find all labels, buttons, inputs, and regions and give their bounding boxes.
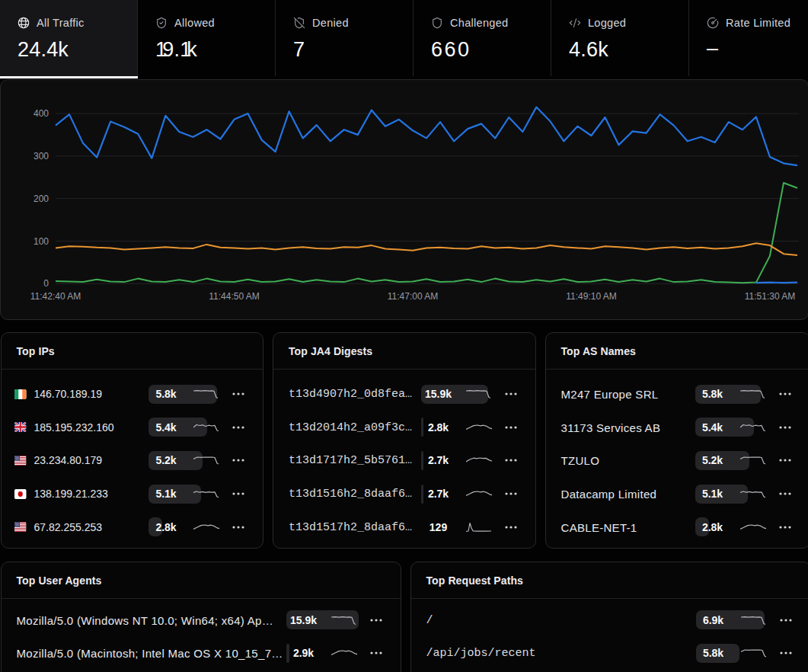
svg-text:300: 300 [34, 150, 49, 161]
svg-text:100: 100 [34, 235, 49, 246]
svg-text:11:44:50 AM: 11:44:50 AM [209, 291, 260, 302]
svg-text:11:49:10 AM: 11:49:10 AM [566, 291, 617, 302]
svg-text:0: 0 [43, 278, 49, 289]
svg-text:200: 200 [34, 193, 49, 203]
svg-text:400: 400 [34, 108, 49, 119]
svg-text:11:51:30 AM: 11:51:30 AM [745, 291, 796, 302]
svg-text:11:42:40 AM: 11:42:40 AM [30, 291, 81, 302]
svg-text:11:47:00 AM: 11:47:00 AM [388, 291, 439, 302]
